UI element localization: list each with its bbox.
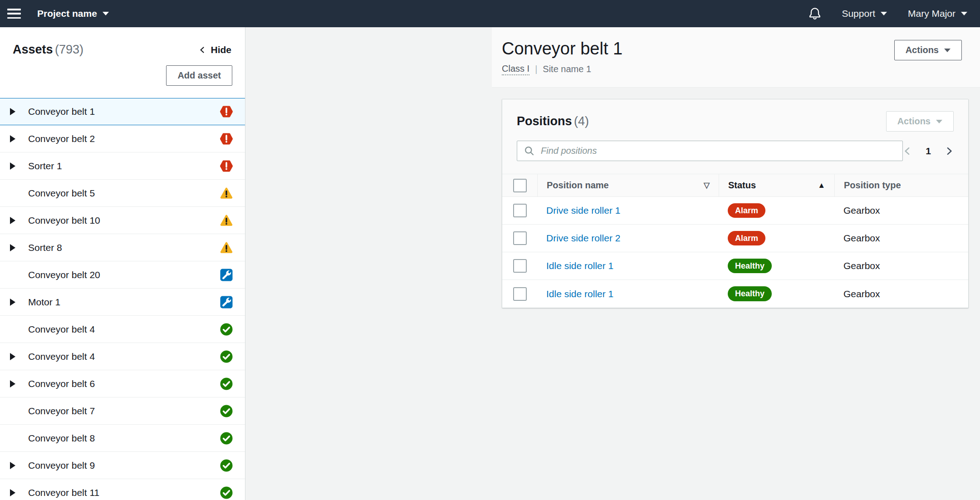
- position-type-cell: Gearbox: [834, 260, 969, 271]
- asset-list-item-motor-1[interactable]: Motor 1: [0, 289, 245, 316]
- asset-list-item-conveyor-belt-11[interactable]: Conveyor belt 11: [0, 479, 245, 500]
- support-dropdown[interactable]: Support: [842, 8, 887, 19]
- user-menu-dropdown[interactable]: Mary Major: [908, 8, 967, 19]
- alarm-status-icon: [220, 132, 233, 146]
- healthy-status-icon: [220, 323, 233, 336]
- asset-list-item-conveyor-belt-7[interactable]: Conveyor belt 7: [0, 397, 245, 425]
- positions-table-header: Position name ▽ Status ▲ Position type ▽…: [502, 174, 968, 197]
- expand-arrow-icon[interactable]: [10, 299, 15, 306]
- asset-list-item-conveyor-belt-5[interactable]: Conveyor belt 5: [0, 180, 245, 207]
- asset-list-item-conveyor-belt-8[interactable]: Conveyor belt 8: [0, 425, 245, 452]
- assets-count: (793): [55, 43, 83, 56]
- position-name-link[interactable]: Drive side roller 2: [546, 233, 620, 244]
- asset-list-item-conveyor-belt-9[interactable]: Conveyor belt 9: [0, 452, 245, 479]
- maintenance-wrench-status-icon: [220, 295, 233, 309]
- table-row: Drive side roller 1 Alarm Gearbox Aug 26…: [502, 197, 968, 225]
- positions-actions-button[interactable]: Actions: [886, 111, 954, 132]
- asset-list-item-sorter-1[interactable]: Sorter 1: [0, 152, 245, 180]
- asset-list-item-conveyor-belt-10[interactable]: Conveyor belt 10: [0, 207, 245, 234]
- warning-status-icon: [220, 214, 233, 227]
- chevron-down-icon: [103, 12, 109, 15]
- find-positions-input[interactable]: [517, 141, 903, 161]
- asset-list-item-conveyor-belt-6[interactable]: Conveyor belt 6: [0, 370, 245, 397]
- expand-arrow-icon[interactable]: [10, 108, 15, 115]
- select-all-checkbox[interactable]: [513, 179, 527, 192]
- asset-name: Conveyor belt 20: [28, 270, 220, 280]
- row-checkbox[interactable]: [513, 259, 527, 273]
- position-type-cell: Gearbox: [834, 205, 969, 216]
- expand-arrow-icon[interactable]: [10, 244, 15, 251]
- positions-title: Positions: [517, 114, 572, 128]
- position-name-link[interactable]: Drive side roller 1: [546, 205, 620, 216]
- search-icon: [524, 146, 534, 156]
- project-name-label: Project name: [37, 8, 97, 19]
- expand-arrow-icon[interactable]: [10, 217, 15, 224]
- asset-list-item-sorter-8[interactable]: Sorter 8: [0, 234, 245, 261]
- column-header-position-name[interactable]: Position name ▽: [537, 174, 719, 196]
- content-area: Positions (4) Actions: [492, 88, 980, 500]
- page-header: Conveyor belt 1 Class I | Site name 1 Ac…: [492, 27, 980, 88]
- sort-descending-icon: ▽: [704, 181, 710, 190]
- menu-icon[interactable]: [7, 9, 21, 19]
- row-checkbox[interactable]: [513, 287, 527, 301]
- project-dropdown[interactable]: Project name: [37, 8, 109, 19]
- chevron-down-icon: [881, 12, 887, 15]
- asset-list-item-conveyor-belt-4[interactable]: Conveyor belt 4: [0, 316, 245, 343]
- search-box: [517, 141, 903, 161]
- actions-label: Actions: [906, 45, 939, 55]
- app-root: Project name Support Mary Major Assets (…: [0, 0, 980, 500]
- expand-arrow-icon[interactable]: [10, 162, 15, 170]
- row-checkbox[interactable]: [513, 204, 527, 217]
- support-label: Support: [842, 8, 875, 19]
- expand-arrow-icon[interactable]: [10, 353, 15, 360]
- status-badge: Healthy: [728, 286, 772, 301]
- chevron-down-icon: [936, 120, 942, 123]
- asset-name: Conveyor belt 4: [28, 351, 220, 362]
- asset-name: Sorter 8: [28, 242, 220, 253]
- site-name-label: Site name 1: [543, 64, 591, 74]
- notifications-bell-icon[interactable]: [808, 7, 822, 20]
- healthy-status-icon: [220, 377, 233, 391]
- asset-list: Conveyor belt 1 Conveyor belt 2 Sorter 1…: [0, 98, 245, 500]
- position-name-link[interactable]: Idle side roller 1: [546, 260, 613, 271]
- chevron-left-icon: [199, 45, 206, 54]
- status-badge: Healthy: [728, 259, 772, 273]
- main-content: Conveyor belt 1 Class I | Site name 1 Ac…: [492, 27, 980, 500]
- next-page-icon[interactable]: [945, 146, 954, 156]
- page-number[interactable]: 1: [926, 146, 931, 157]
- expand-arrow-icon[interactable]: [10, 135, 15, 142]
- asset-list-item-conveyor-belt-20[interactable]: Conveyor belt 20: [0, 261, 245, 289]
- status-badge: Alarm: [728, 231, 765, 245]
- asset-name: Motor 1: [28, 297, 220, 308]
- asset-list-item-conveyor-belt-1[interactable]: Conveyor belt 1: [0, 98, 245, 125]
- position-type-cell: Gearbox: [834, 233, 969, 244]
- asset-name: Conveyor belt 7: [28, 406, 220, 417]
- asset-name: Conveyor belt 10: [28, 215, 220, 226]
- asset-name: Conveyor belt 1: [28, 106, 220, 117]
- warning-status-icon: [220, 186, 233, 200]
- status-badge: Alarm: [728, 203, 765, 218]
- asset-name: Conveyor belt 6: [28, 378, 220, 389]
- table-row: Idle side roller 1 Healthy Gearbox Aug 2…: [502, 280, 968, 308]
- healthy-status-icon: [220, 486, 233, 500]
- maintenance-wrench-status-icon: [220, 268, 233, 282]
- asset-list-item-conveyor-belt-4b[interactable]: Conveyor belt 4: [0, 343, 245, 370]
- asset-name: Conveyor belt 11: [28, 487, 220, 498]
- healthy-status-icon: [220, 350, 233, 363]
- asset-list-item-conveyor-belt-2[interactable]: Conveyor belt 2: [0, 125, 245, 152]
- expand-arrow-icon[interactable]: [10, 462, 15, 469]
- add-asset-button[interactable]: Add asset: [166, 65, 232, 86]
- position-name-link[interactable]: Idle side roller 1: [546, 289, 613, 299]
- row-checkbox[interactable]: [513, 231, 527, 245]
- previous-page-icon[interactable]: [903, 146, 912, 156]
- asset-class-link[interactable]: Class I: [502, 64, 529, 75]
- expand-arrow-icon[interactable]: [10, 380, 15, 387]
- expand-arrow-icon[interactable]: [10, 489, 15, 496]
- hide-panel-button[interactable]: Hide: [199, 44, 231, 55]
- column-header-position-type[interactable]: Position type ▽: [834, 174, 969, 196]
- asset-name: Conveyor belt 2: [28, 133, 220, 144]
- positions-card: Positions (4) Actions: [502, 99, 969, 308]
- page-actions-button[interactable]: Actions: [894, 40, 962, 60]
- column-header-status[interactable]: Status ▲: [719, 174, 834, 196]
- actions-label: Actions: [897, 116, 931, 127]
